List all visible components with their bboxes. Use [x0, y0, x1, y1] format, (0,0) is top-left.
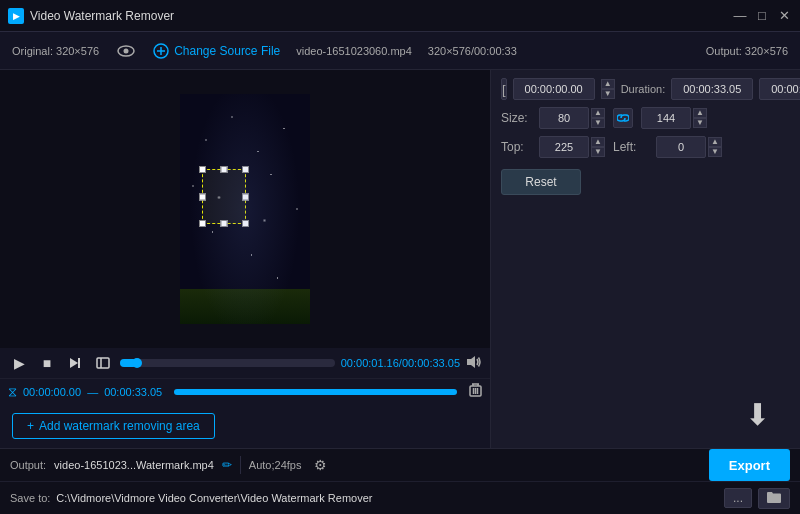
- width-down[interactable]: ▼: [591, 118, 605, 128]
- progress-bar[interactable]: [120, 359, 335, 367]
- left-label: Left:: [613, 140, 648, 154]
- video-preview: [0, 70, 490, 348]
- change-source-button[interactable]: Change Source File: [153, 43, 280, 59]
- step-forward-button[interactable]: [64, 352, 86, 374]
- left-down[interactable]: ▼: [708, 147, 722, 157]
- file-name: video-1651023060.mp4: [296, 45, 412, 57]
- top-up[interactable]: ▲: [591, 137, 605, 147]
- link-dimensions-button[interactable]: [613, 108, 633, 128]
- height-spinner: ▲ ▼: [693, 108, 707, 128]
- start-time-up[interactable]: ▲: [601, 79, 615, 89]
- export-button[interactable]: Export: [709, 449, 790, 481]
- svg-marker-5: [70, 358, 78, 368]
- timeline-row: ▶ ■ 00:00:01.16/00:00:33.05: [0, 348, 490, 378]
- saveto-row: Save to: C:\Vidmore\Vidmore Video Conver…: [0, 482, 800, 514]
- maximize-button[interactable]: □: [754, 8, 770, 24]
- video-frame: [180, 94, 310, 324]
- clip-start-time: 00:00:00.00: [23, 386, 81, 398]
- delete-clip-button[interactable]: [469, 383, 482, 400]
- bottom-bar: Output: video-1651023...Watermark.mp4 ✏ …: [0, 448, 800, 514]
- handle-top-left[interactable]: [199, 166, 206, 173]
- left-input[interactable]: [656, 136, 706, 158]
- window-controls: — □ ✕: [732, 8, 792, 24]
- height-up[interactable]: ▲: [693, 108, 707, 118]
- left-spinner: ▲ ▼: [708, 137, 722, 157]
- window-title: Video Watermark Remover: [30, 9, 732, 23]
- arrow-down-hint-icon: ⬇: [745, 397, 770, 432]
- start-time-spinner: ▲ ▼: [601, 79, 615, 99]
- close-button[interactable]: ✕: [776, 8, 792, 24]
- output-settings-row: Output: video-1651023...Watermark.mp4 ✏ …: [0, 449, 800, 482]
- clip-timeline-bar[interactable]: [174, 389, 457, 395]
- app-window: ▶ Video Watermark Remover — □ ✕ Original…: [0, 0, 800, 514]
- top-spinner: ▲ ▼: [591, 137, 605, 157]
- clip-icon: ⧖: [8, 384, 17, 400]
- width-spinner: ▲ ▼: [591, 108, 605, 128]
- left-column: ▶ ■ 00:00:01.16/00:00:33.05: [0, 70, 490, 448]
- volume-button[interactable]: [466, 355, 482, 372]
- handle-bottom-right[interactable]: [242, 220, 249, 227]
- clip-segment-row: ⧖ 00:00:00.00 — 00:00:33.05: [0, 378, 490, 404]
- position-row: Top: ▲ ▼ Left: ▲ ▼: [501, 136, 790, 158]
- end-time-input[interactable]: [759, 78, 800, 100]
- open-folder-button[interactable]: [758, 488, 790, 509]
- title-bar: ▶ Video Watermark Remover — □ ✕: [0, 0, 800, 32]
- minimize-button[interactable]: —: [732, 8, 748, 24]
- height-field: ▲ ▼: [641, 107, 707, 129]
- time-display: 00:00:01.16/00:00:33.05: [341, 357, 460, 369]
- handle-middle-left[interactable]: [199, 193, 206, 200]
- height-input[interactable]: [641, 107, 691, 129]
- start-time-down[interactable]: ▼: [601, 89, 615, 99]
- top-down[interactable]: ▼: [591, 147, 605, 157]
- saveto-path: C:\Vidmore\Vidmore Video Converter\Video…: [56, 492, 372, 504]
- svg-marker-9: [467, 356, 475, 368]
- handle-middle-right[interactable]: [242, 193, 249, 200]
- file-dimensions: 320×576/00:00:33: [428, 45, 517, 57]
- top-label: Top:: [501, 140, 531, 154]
- browse-button[interactable]: ...: [724, 488, 752, 508]
- output-settings-label: Auto;24fps: [249, 459, 302, 471]
- handle-bottom-left[interactable]: [199, 220, 206, 227]
- bracket-open-button[interactable]: [: [501, 78, 507, 100]
- left-field: ▲ ▼: [656, 136, 722, 158]
- selection-box[interactable]: [202, 169, 246, 224]
- top-input[interactable]: [539, 136, 589, 158]
- top-bar: Original: 320×576 Change Source File vid…: [0, 32, 800, 70]
- edit-output-button[interactable]: ✏: [222, 458, 232, 472]
- duration-input[interactable]: [671, 78, 753, 100]
- app-icon: ▶: [8, 8, 24, 24]
- clip-end-time: 00:00:33.05: [104, 386, 162, 398]
- play-button[interactable]: ▶: [8, 352, 30, 374]
- settings-button[interactable]: ⚙: [309, 454, 331, 476]
- eye-button[interactable]: [115, 40, 137, 62]
- add-area-label: Add watermark removing area: [39, 419, 200, 433]
- middle-row: ▶ ■ 00:00:01.16/00:00:33.05: [0, 70, 800, 448]
- size-label: Size:: [501, 111, 531, 125]
- handle-top-middle[interactable]: [221, 166, 228, 173]
- separator: [240, 456, 241, 474]
- original-size-label: Original: 320×576: [12, 45, 99, 57]
- add-watermark-area-button[interactable]: + Add watermark removing area: [12, 413, 215, 439]
- handle-bottom-middle[interactable]: [221, 220, 228, 227]
- left-up[interactable]: ▲: [708, 137, 722, 147]
- clip-dash: —: [87, 386, 98, 398]
- svg-point-1: [124, 48, 129, 53]
- width-input[interactable]: [539, 107, 589, 129]
- ground-area: [180, 289, 310, 324]
- height-down[interactable]: ▼: [693, 118, 707, 128]
- add-area-row: + Add watermark removing area: [0, 404, 490, 448]
- change-source-label: Change Source File: [174, 44, 280, 58]
- reset-button[interactable]: Reset: [501, 169, 581, 195]
- width-field: ▲ ▼: [539, 107, 605, 129]
- start-time-input[interactable]: [513, 78, 595, 100]
- stop-button[interactable]: ■: [36, 352, 58, 374]
- clip-button[interactable]: [92, 352, 114, 374]
- plus-icon: +: [27, 419, 34, 433]
- width-up[interactable]: ▲: [591, 108, 605, 118]
- progress-handle[interactable]: [132, 358, 142, 368]
- time-range-row: [ ▲ ▼ Duration: ▲ ▼ ]: [501, 78, 790, 100]
- handle-top-right[interactable]: [242, 166, 249, 173]
- saveto-label: Save to:: [10, 492, 50, 504]
- top-field: ▲ ▼: [539, 136, 605, 158]
- controls-panel: [ ▲ ▼ Duration: ▲ ▼ ] Size:: [490, 70, 800, 448]
